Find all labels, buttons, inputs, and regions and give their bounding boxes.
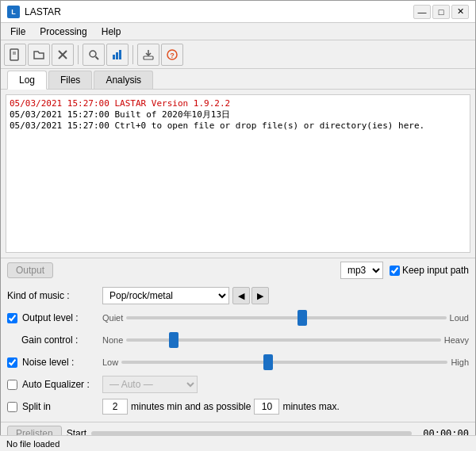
gain-control-slider-container: None Heavy — [102, 335, 469, 345]
tab-log[interactable]: Log — [7, 71, 47, 90]
log-line-1: 05/03/2021 15:27:00 LASTAR Version 1.9.2… — [10, 98, 466, 109]
auto-equalizer-row: Auto Equalizer : — Auto — None Custom — [7, 374, 469, 395]
output-section: Output mp3 wav flac ogg Keep input path — [1, 258, 475, 282]
log-line-3: 05/03/2021 15:27:00 Ctrl+0 to open file … — [10, 120, 466, 131]
split-max-input[interactable] — [254, 399, 279, 415]
log-area: 05/03/2021 15:27:00 LASTAR Version 1.9.2… — [6, 94, 470, 253]
toolbar-separator-2 — [132, 45, 133, 64]
app-icon: L — [7, 6, 20, 18]
toolbar-graph[interactable] — [106, 44, 129, 66]
auto-equalizer-checkbox[interactable] — [7, 380, 17, 390]
output-level-row: Output level : Quiet Loud — [7, 308, 469, 328]
format-select[interactable]: mp3 wav flac ogg — [340, 262, 383, 279]
title-bar: L LASTAR — □ ✕ — [1, 1, 475, 23]
svg-rect-10 — [144, 56, 153, 59]
title-left: L LASTAR — [7, 6, 61, 18]
log-line-2: 05/03/2021 15:27:00 Built of 2020年10月13日 — [10, 109, 466, 120]
status-text: No file loaded — [6, 439, 60, 449]
svg-text:?: ? — [170, 52, 175, 59]
kind-of-music-label: Kind of music : — [7, 290, 102, 301]
toolbar-search[interactable] — [83, 44, 105, 66]
toolbar-help[interactable]: ? — [161, 44, 183, 66]
output-level-thumb[interactable] — [298, 310, 307, 326]
gain-control-left-label: None — [102, 335, 123, 345]
minimize-button[interactable]: — — [413, 5, 431, 19]
gain-control-label: Gain control : — [7, 334, 102, 346]
toolbar-export[interactable] — [137, 44, 159, 66]
title-controls: — □ ✕ — [413, 5, 469, 19]
tab-files[interactable]: Files — [48, 71, 92, 89]
tab-bar: Log Files Analysis — [1, 69, 475, 90]
menu-item-processing[interactable]: Processing — [33, 25, 93, 39]
auto-equalizer-select[interactable]: — Auto — None Custom — [102, 376, 198, 393]
toolbar-open[interactable] — [28, 44, 50, 66]
toolbar-close[interactable] — [52, 44, 74, 66]
split-in-checkbox[interactable] — [7, 402, 17, 412]
output-level-left-label: Quiet — [102, 313, 123, 323]
svg-rect-7 — [113, 55, 115, 59]
gain-control-right-label: Heavy — [444, 335, 469, 345]
svg-rect-0 — [10, 49, 18, 60]
status-bar: No file loaded — [0, 435, 476, 451]
title-text: LASTAR — [25, 6, 61, 17]
auto-equalizer-label: Auto Equalizer : — [7, 379, 102, 390]
keep-input-path-checkbox[interactable] — [390, 266, 400, 276]
menu-item-file[interactable]: File — [4, 25, 32, 39]
output-level-right-label: Loud — [450, 313, 469, 323]
output-level-track[interactable] — [126, 316, 446, 319]
gain-control-thumb[interactable] — [169, 332, 178, 348]
gain-control-track[interactable] — [126, 338, 441, 342]
toolbar-new[interactable] — [4, 44, 26, 66]
noise-level-slider-container: Low High — [102, 357, 469, 367]
noise-level-left-label: Low — [102, 357, 118, 367]
svg-rect-8 — [116, 52, 118, 59]
output-level-label: Output level : — [7, 312, 102, 323]
menu-bar: File Processing Help — [1, 23, 475, 40]
kind-prev-button[interactable]: ◀ — [232, 287, 250, 304]
kind-of-music-row: Kind of music : Pop/rock/metal Jazz Clas… — [7, 285, 469, 306]
keep-input-path-text: Keep input path — [402, 265, 469, 276]
svg-rect-9 — [119, 50, 121, 59]
noise-level-label: Noise level : — [7, 357, 102, 368]
noise-level-right-label: High — [451, 357, 469, 367]
kind-of-music-select[interactable]: Pop/rock/metal Jazz Classical Electronic — [102, 287, 229, 304]
noise-level-track[interactable] — [121, 361, 447, 364]
menu-item-help[interactable]: Help — [95, 25, 128, 39]
kind-next-button[interactable]: ▶ — [251, 287, 269, 304]
toolbar: ? — [1, 40, 475, 69]
split-mid-text: minutes min and as possible — [131, 401, 251, 412]
output-level-checkbox[interactable] — [7, 313, 17, 323]
maximize-button[interactable]: □ — [432, 5, 450, 19]
noise-level-row: Noise level : Low High — [7, 352, 469, 373]
keep-input-path-label[interactable]: Keep input path — [390, 265, 469, 276]
controls-section: Kind of music : Pop/rock/metal Jazz Clas… — [1, 282, 475, 422]
toolbar-separator-1 — [78, 45, 79, 64]
svg-line-6 — [96, 56, 99, 59]
split-end-text: minutes max. — [282, 401, 339, 412]
svg-point-5 — [90, 51, 96, 57]
output-button[interactable]: Output — [7, 262, 53, 278]
split-min-input[interactable] — [102, 399, 128, 415]
split-in-label: Split in — [7, 401, 102, 412]
noise-level-thumb[interactable] — [263, 354, 273, 370]
split-in-row: Split in minutes min and as possible min… — [7, 396, 469, 417]
tab-analysis[interactable]: Analysis — [94, 71, 153, 89]
close-button[interactable]: ✕ — [451, 5, 469, 19]
noise-level-checkbox[interactable] — [7, 357, 17, 368]
gain-control-row: Gain control : None Heavy — [7, 330, 469, 350]
output-level-slider-container: Quiet Loud — [102, 313, 469, 323]
